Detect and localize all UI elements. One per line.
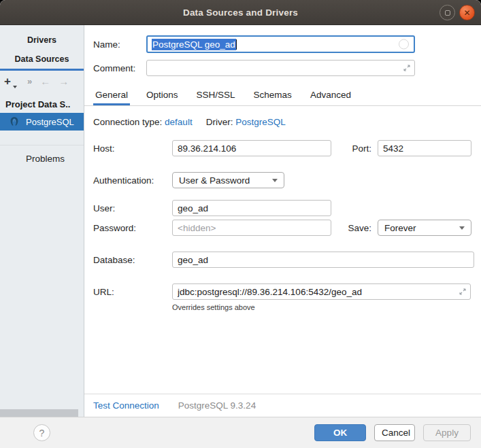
sidebar-tab-drivers[interactable]: Drivers bbox=[0, 31, 84, 50]
postgresql-icon bbox=[9, 116, 20, 127]
connection-type-label: Connection type: bbox=[93, 117, 162, 127]
sidebar-tab-data-sources[interactable]: Data Sources bbox=[0, 50, 84, 69]
dropdown-arrow-icon bbox=[13, 86, 17, 88]
tab-general[interactable]: General bbox=[93, 90, 130, 105]
host-label: Host: bbox=[93, 143, 172, 154]
url-input[interactable] bbox=[172, 283, 471, 300]
name-input[interactable]: PostgreSQL geo_ad bbox=[146, 35, 415, 53]
driver-version: PostgreSQL 9.3.24 bbox=[178, 400, 256, 411]
save-select[interactable]: Forever bbox=[378, 220, 471, 236]
test-connection-link[interactable]: Test Connection bbox=[93, 400, 159, 411]
dialog-footer: ? OK Cancel Apply bbox=[0, 417, 481, 448]
connection-type-value[interactable]: default bbox=[165, 117, 193, 127]
tab-schemas[interactable]: Schemas bbox=[252, 90, 294, 105]
save-label: Save: bbox=[348, 223, 371, 233]
comment-input[interactable] bbox=[146, 60, 415, 76]
window-title: Data Sources and Drivers bbox=[183, 7, 298, 18]
status-row: Test Connection PostgreSQL 9.3.24 bbox=[84, 394, 481, 417]
forward-icon[interactable]: → bbox=[59, 75, 69, 87]
close-icon: ✕ bbox=[463, 9, 470, 17]
sidebar-item-problems[interactable]: Problems bbox=[0, 154, 84, 164]
cancel-button[interactable]: Cancel bbox=[374, 424, 415, 441]
add-icon[interactable]: + bbox=[4, 75, 18, 87]
port-input[interactable] bbox=[378, 140, 471, 156]
sidebar-divider bbox=[0, 145, 84, 145]
sync-name-icon bbox=[399, 39, 409, 50]
host-input[interactable] bbox=[172, 140, 331, 156]
authentication-label: Authentication: bbox=[93, 175, 172, 186]
tab-advanced[interactable]: Advanced bbox=[308, 90, 353, 105]
maximize-button[interactable] bbox=[439, 5, 455, 20]
password-label: Password: bbox=[93, 223, 172, 233]
ok-button[interactable]: OK bbox=[314, 424, 366, 441]
port-label: Port: bbox=[352, 143, 371, 154]
sidebar: Drivers Data Sources + » ← → Project Dat… bbox=[0, 25, 84, 417]
text-caret bbox=[236, 39, 237, 50]
driver-label: Driver: bbox=[206, 117, 233, 127]
main-panel: Name: PostgreSQL geo_ad Comment: bbox=[84, 25, 481, 417]
dropdown-arrow-icon bbox=[272, 179, 278, 182]
expand-icon[interactable] bbox=[403, 64, 411, 72]
authentication-select[interactable]: User & Password bbox=[172, 172, 284, 188]
settings-tabs: General Options SSH/SSL Schemas Advanced bbox=[84, 90, 481, 106]
database-input[interactable] bbox=[172, 252, 474, 268]
user-label: User: bbox=[93, 203, 172, 213]
sidebar-item-postgresql[interactable]: PostgreSQL bbox=[0, 113, 84, 131]
show-more-icon[interactable]: » bbox=[27, 76, 32, 86]
url-hint: Overrides settings above bbox=[84, 303, 481, 311]
name-label: Name: bbox=[93, 39, 146, 50]
project-data-sources-group: Project Data S.. bbox=[0, 99, 84, 109]
dropdown-arrow-icon bbox=[459, 226, 465, 230]
driver-value[interactable]: PostgreSQL bbox=[235, 117, 286, 127]
database-label: Database: bbox=[93, 255, 172, 265]
tab-options[interactable]: Options bbox=[144, 90, 180, 105]
data-sources-dialog: Data Sources and Drivers ✕ Drivers Data … bbox=[0, 0, 481, 448]
user-input[interactable] bbox=[172, 200, 331, 216]
url-label: URL: bbox=[93, 287, 172, 297]
expand-icon[interactable] bbox=[459, 288, 467, 296]
help-button[interactable]: ? bbox=[33, 424, 50, 441]
titlebar[interactable]: Data Sources and Drivers ✕ bbox=[0, 0, 481, 25]
window-controls: ✕ bbox=[439, 5, 475, 20]
maximize-icon bbox=[445, 10, 450, 16]
apply-button: Apply bbox=[423, 424, 471, 441]
question-icon: ? bbox=[39, 428, 45, 438]
close-button[interactable]: ✕ bbox=[459, 5, 475, 20]
horizontal-scrollbar[interactable] bbox=[0, 409, 78, 417]
tab-ssh-ssl[interactable]: SSH/SSL bbox=[195, 90, 237, 105]
back-icon[interactable]: ← bbox=[40, 75, 50, 87]
sidebar-item-label: PostgreSQL bbox=[26, 117, 74, 127]
password-input[interactable] bbox=[172, 220, 331, 236]
selected-text: PostgreSQL geo_ad bbox=[152, 39, 236, 50]
comment-label: Comment: bbox=[93, 63, 146, 73]
sidebar-toolbar: + » ← → bbox=[0, 71, 84, 91]
